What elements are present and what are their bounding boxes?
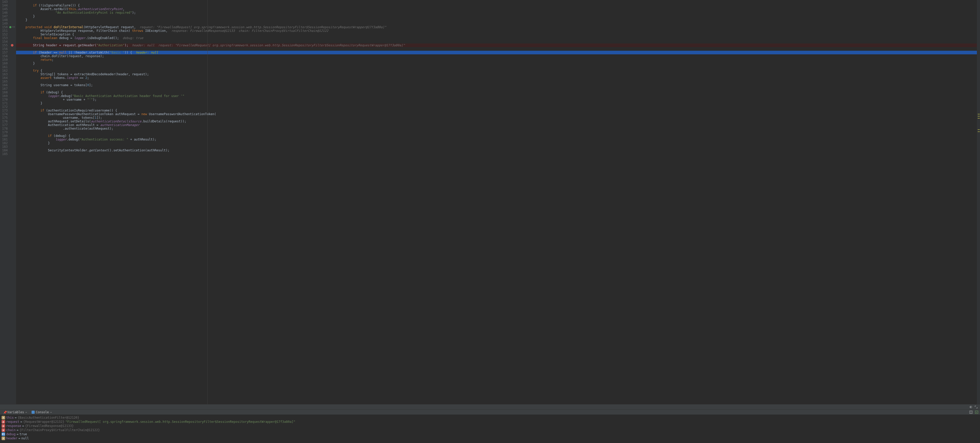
gutter-marker-cell[interactable]	[9, 0, 16, 4]
variable-row[interactable]: prequest = {RequestWrapper@12132} "Firew…	[2, 420, 978, 424]
code-line[interactable]: protected void doFilterInternal(HttpServ…	[16, 25, 977, 29]
gutter-marker-cell[interactable]	[9, 72, 16, 76]
tab-close-icon[interactable]: →	[25, 410, 27, 414]
code-line[interactable]: String header = request.getHeader("Autho…	[16, 43, 977, 47]
code-line[interactable]	[16, 80, 977, 83]
code-line[interactable]: ServletException {	[16, 33, 977, 36]
code-line[interactable]: }	[16, 102, 977, 105]
line-number[interactable]: 144	[2, 4, 8, 7]
gutter-marker-cell[interactable]: ↑⊙	[9, 25, 16, 29]
code-line[interactable]: HttpServletResponse response, FilterChai…	[16, 29, 977, 33]
gutter-marker-cell[interactable]	[9, 69, 16, 72]
line-number[interactable]: 183	[2, 145, 8, 148]
gutter-marker-cell[interactable]	[9, 33, 16, 36]
gutter-marker-cell[interactable]	[9, 54, 16, 58]
minimap-mark[interactable]	[978, 129, 980, 130]
code-line[interactable]: Assert.notNull(this.authenticationEntryP…	[16, 7, 977, 11]
code-line[interactable]: assert tokens.length == 2;	[16, 76, 977, 80]
gutter-marker-cell[interactable]	[9, 127, 16, 131]
gutter-marker-cell[interactable]	[9, 105, 16, 109]
code-line[interactable]: try {	[16, 69, 977, 72]
line-number[interactable]: 180	[2, 134, 8, 138]
code-line[interactable]	[16, 0, 977, 4]
gutter-marker-cell[interactable]	[9, 83, 16, 87]
code-line[interactable]	[16, 47, 977, 51]
line-number[interactable]: 148	[2, 18, 8, 22]
variables-pane[interactable]: ≡this = {BasicAuthenticationFilter@12120…	[0, 414, 980, 443]
gutter-marker-cell[interactable]	[9, 47, 16, 51]
gutter-marker-cell[interactable]	[9, 123, 16, 127]
line-number-gutter[interactable]: 1431441451461471481491501511521531541551…	[0, 0, 9, 404]
variable-row[interactable]: ≡this = {BasicAuthenticationFilter@12120…	[2, 416, 978, 420]
gutter-marker-cell[interactable]	[9, 131, 16, 134]
gutter-marker-cell[interactable]	[9, 29, 16, 33]
code-line[interactable]	[16, 22, 977, 25]
line-number[interactable]: 170	[2, 98, 8, 102]
tab-close-icon[interactable]: →	[50, 410, 52, 414]
minimap-mark[interactable]	[978, 118, 980, 118]
code-line[interactable]: }	[16, 141, 977, 145]
code-line[interactable]: username, tokens[1]);	[16, 116, 977, 120]
minimap-scrollbar[interactable]	[977, 0, 980, 404]
gutter-marker-cell[interactable]	[9, 148, 16, 152]
gutter-marker-cell[interactable]	[9, 116, 16, 120]
console-tab[interactable]: Console →	[30, 410, 54, 414]
gutter-marker-cell[interactable]	[9, 145, 16, 148]
gutter-marker-cell[interactable]	[9, 94, 16, 98]
variable-row[interactable]: pchain = {FilterChainProxy$VirtualFilter…	[2, 428, 978, 432]
run-to-cursor-icon[interactable]	[9, 26, 11, 28]
code-line[interactable]	[16, 131, 977, 134]
line-number[interactable]: 179	[2, 131, 8, 134]
breakpoint-icon[interactable]	[11, 44, 13, 46]
line-number[interactable]: 181	[2, 138, 8, 141]
line-number[interactable]: 146	[2, 11, 8, 14]
code-line[interactable]: }	[16, 14, 977, 18]
code-line[interactable]	[16, 65, 977, 69]
gutter-marker-cell[interactable]	[9, 7, 16, 11]
code-line[interactable]	[16, 105, 977, 109]
code-line[interactable]: if (debug) {	[16, 91, 977, 94]
line-number[interactable]: 151	[2, 29, 8, 33]
gutter-marker-cell[interactable]	[9, 87, 16, 91]
gutter-marker-cell[interactable]	[9, 138, 16, 141]
code-line[interactable]: chain.doFilter(request, response);	[16, 54, 977, 58]
code-line[interactable]: String[] tokens = extractAndDecodeHeader…	[16, 72, 977, 76]
gutter-marker-cell[interactable]	[9, 112, 16, 116]
line-number[interactable]: 149	[2, 22, 8, 25]
line-number[interactable]: 169	[2, 94, 8, 98]
line-number[interactable]: 157	[2, 51, 8, 54]
line-number[interactable]: 166	[2, 83, 8, 87]
gutter-marker-cell[interactable]	[9, 36, 16, 40]
line-number[interactable]: 176	[2, 120, 8, 123]
line-number[interactable]: 154	[2, 40, 8, 43]
variable-row[interactable]: ≡header = null	[2, 436, 978, 440]
line-number[interactable]: 153	[2, 36, 8, 40]
gutter-marker-cell[interactable]	[9, 43, 16, 47]
code-line[interactable]: final boolean debug = logger.isDebugEnab…	[16, 36, 977, 40]
code-line[interactable]: + username + "'");	[16, 98, 977, 102]
line-number[interactable]: 162	[2, 69, 8, 72]
line-number[interactable]: 147	[2, 14, 8, 18]
code-line[interactable]: if (authenticationIsRequired(username)) …	[16, 109, 977, 112]
code-line[interactable]	[16, 145, 977, 148]
line-number[interactable]: 171	[2, 102, 8, 105]
line-number[interactable]: 163	[2, 72, 8, 76]
gutter-marker-cell[interactable]	[9, 120, 16, 123]
gutter-marker-cell[interactable]	[9, 4, 16, 7]
code-line[interactable]: }	[16, 62, 977, 65]
line-number[interactable]: 155	[2, 43, 8, 47]
code-line[interactable]: String username = tokens[0];	[16, 83, 977, 87]
gutter-marker-cell[interactable]	[9, 22, 16, 25]
gutter-marker-cell[interactable]	[9, 62, 16, 65]
code-line[interactable]: }	[16, 18, 977, 22]
code-line[interactable]: Authentication authResult = authenticati…	[16, 123, 977, 127]
line-number[interactable]: 172	[2, 105, 8, 109]
line-number[interactable]: 185	[2, 152, 8, 156]
code-area[interactable]: if (!isIgnoreFailure()) { Assert.notNull…	[16, 0, 977, 404]
gutter-marker-cell[interactable]	[9, 102, 16, 105]
gutter-marker-cell[interactable]	[9, 51, 16, 54]
line-number[interactable]: 158	[2, 54, 8, 58]
code-line[interactable]: if (debug) {	[16, 134, 977, 138]
code-line[interactable]	[16, 152, 977, 156]
code-line[interactable]: if (!isIgnoreFailure()) {	[16, 4, 977, 7]
